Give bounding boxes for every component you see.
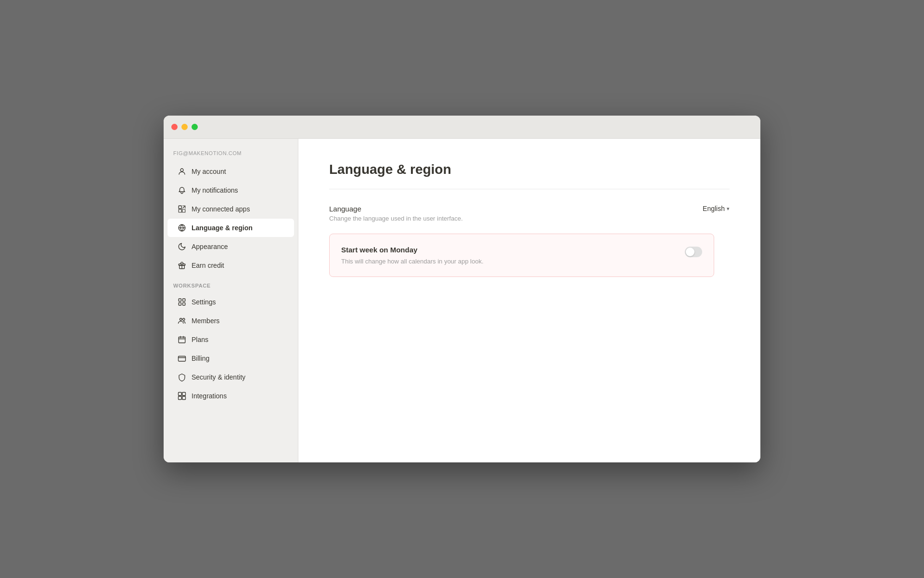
toggle-card-content: Start week on Monday This will change ho… bbox=[341, 246, 484, 265]
sidebar-item-label: Plans bbox=[192, 336, 208, 343]
sidebar-item-language-region[interactable]: Language & region bbox=[167, 219, 294, 237]
plans-icon bbox=[177, 335, 187, 344]
divider bbox=[329, 189, 730, 189]
sidebar-item-label: Language & region bbox=[192, 224, 253, 232]
svg-rect-15 bbox=[179, 396, 182, 400]
sidebar-item-security-identity[interactable]: Security & identity bbox=[167, 368, 294, 386]
workspace-section-label: WORKSPACE bbox=[164, 275, 298, 292]
language-setting-info: Language Change the language used in the… bbox=[329, 205, 463, 222]
sidebar-item-integrations[interactable]: Integrations bbox=[167, 387, 294, 405]
sidebar: FIG@MAKENOTION.COM My account My notific… bbox=[164, 139, 298, 462]
app-window: FIG@MAKENOTION.COM My account My notific… bbox=[164, 116, 760, 462]
sidebar-item-label: Security & identity bbox=[192, 373, 245, 381]
svg-point-9 bbox=[180, 318, 182, 321]
sidebar-item-my-connected-apps[interactable]: My connected apps bbox=[167, 200, 294, 218]
sidebar-item-earn-credit[interactable]: Earn credit bbox=[167, 256, 294, 275]
sidebar-item-plans[interactable]: Plans bbox=[167, 330, 294, 349]
titlebar bbox=[164, 116, 760, 139]
svg-rect-14 bbox=[182, 393, 186, 396]
language-label: Language bbox=[329, 205, 463, 213]
svg-rect-12 bbox=[179, 356, 186, 362]
svg-rect-5 bbox=[179, 299, 181, 301]
moon-icon bbox=[177, 242, 187, 251]
close-button[interactable] bbox=[171, 124, 178, 130]
sidebar-item-label: My notifications bbox=[192, 186, 238, 194]
sidebar-email: FIG@MAKENOTION.COM bbox=[164, 146, 298, 162]
sidebar-item-my-notifications[interactable]: My notifications bbox=[167, 181, 294, 199]
shield-icon bbox=[177, 372, 187, 382]
sidebar-item-label: Settings bbox=[192, 298, 216, 306]
language-setting-row: Language Change the language used in the… bbox=[329, 205, 730, 222]
bell-icon bbox=[177, 185, 187, 195]
svg-rect-13 bbox=[179, 393, 182, 396]
sidebar-item-label: Earn credit bbox=[192, 262, 224, 269]
svg-point-10 bbox=[183, 318, 185, 321]
maximize-button[interactable] bbox=[192, 124, 198, 130]
sidebar-item-members[interactable]: Members bbox=[167, 312, 294, 330]
svg-rect-11 bbox=[179, 337, 185, 343]
sidebar-item-label: My connected apps bbox=[192, 205, 250, 213]
members-icon bbox=[177, 316, 187, 326]
minimize-button[interactable] bbox=[181, 124, 188, 130]
start-week-toggle[interactable] bbox=[685, 247, 702, 257]
language-select-button[interactable]: English ▾ bbox=[703, 205, 730, 212]
svg-rect-1 bbox=[179, 206, 181, 209]
toggle-card-title: Start week on Monday bbox=[341, 246, 484, 254]
globe-icon bbox=[177, 223, 187, 233]
sidebar-item-label: Appearance bbox=[192, 243, 228, 250]
language-description: Change the language used in the user int… bbox=[329, 215, 463, 222]
svg-rect-16 bbox=[182, 396, 186, 400]
sidebar-item-label: My account bbox=[192, 168, 226, 175]
svg-point-0 bbox=[180, 169, 183, 171]
sidebar-item-settings[interactable]: Settings bbox=[167, 293, 294, 311]
integrations-icon bbox=[177, 391, 187, 401]
sidebar-item-label: Members bbox=[192, 317, 219, 325]
sidebar-item-appearance[interactable]: Appearance bbox=[167, 237, 294, 256]
main-content: Language & region Language Change the la… bbox=[298, 139, 760, 462]
toggle-thumb bbox=[686, 248, 694, 256]
language-current-value: English bbox=[703, 205, 725, 212]
chevron-down-icon: ▾ bbox=[727, 206, 730, 212]
sidebar-item-label: Billing bbox=[192, 355, 209, 362]
sidebar-item-my-account[interactable]: My account bbox=[167, 162, 294, 181]
billing-icon bbox=[177, 354, 187, 363]
svg-rect-7 bbox=[179, 303, 181, 305]
account-icon bbox=[177, 167, 187, 176]
sidebar-item-label: Integrations bbox=[192, 392, 227, 400]
start-week-card: Start week on Monday This will change ho… bbox=[329, 234, 714, 277]
svg-rect-6 bbox=[183, 299, 185, 301]
page-title: Language & region bbox=[329, 162, 730, 177]
gift-icon bbox=[177, 261, 187, 270]
svg-rect-8 bbox=[183, 303, 185, 305]
toggle-card-description: This will change how all calendars in yo… bbox=[341, 258, 484, 265]
content-area: FIG@MAKENOTION.COM My account My notific… bbox=[164, 139, 760, 462]
sidebar-item-billing[interactable]: Billing bbox=[167, 349, 294, 368]
external-link-icon bbox=[177, 204, 187, 214]
settings-icon bbox=[177, 297, 187, 307]
